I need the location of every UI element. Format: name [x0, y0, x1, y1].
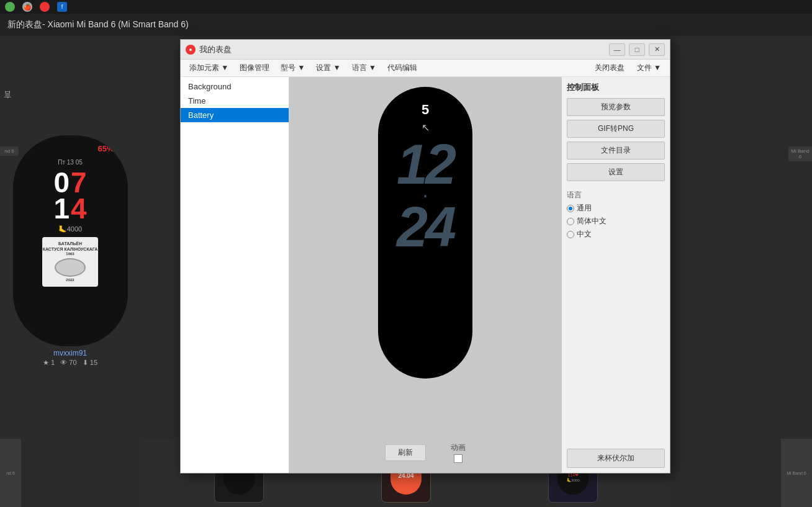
close-button[interactable]: ✕	[649, 43, 665, 56]
language-section: 语言 通用 简体中文 中文	[567, 190, 665, 240]
watch-steps: 🦶4000	[58, 225, 82, 233]
menu-language[interactable]: 语言 ▼	[347, 61, 381, 74]
dialog-titlebar: ● 我的表盘 — □ ✕	[181, 40, 670, 60]
element-list-panel: Background Time Battery	[181, 77, 289, 473]
language-title: 语言	[567, 190, 665, 200]
watch-preview: 5 ↖ 12 · 24	[378, 87, 472, 379]
elem-time[interactable]: Time	[181, 94, 289, 108]
menu-close-watchface[interactable]: 关闭表盘	[590, 61, 629, 74]
elem-battery[interactable]: Battery	[181, 108, 289, 122]
radio-general[interactable]: 通用	[567, 203, 665, 213]
dialog-menubar: 添加元素 ▼ 图像管理 型号 ▼ 设置 ▼ 语言 ▼ 代码编辑 关闭表盘 文件 …	[181, 60, 670, 77]
menu-file[interactable]: 文件 ▼	[632, 61, 666, 74]
top-bar: 🍎 f	[0, 0, 812, 14]
preview-controls: 刷新 动画	[385, 442, 466, 463]
settings-button[interactable]: 设置	[567, 163, 665, 181]
refresh-button[interactable]: 刷新	[385, 444, 426, 461]
red-icon[interactable]	[40, 2, 50, 12]
elem-background[interactable]: Background	[181, 79, 289, 94]
radio-chinese-label: 中文	[577, 229, 592, 240]
maximize-button[interactable]: □	[629, 43, 645, 56]
preview-params-button[interactable]: 预览参数	[567, 98, 665, 116]
gif-to-png-button[interactable]: GIF转PNG	[567, 120, 665, 138]
right-thumb-label: Mi Band 6	[788, 146, 812, 161]
dialog-icon: ●	[186, 45, 196, 55]
radio-simplified-chinese[interactable]: 简体中文	[567, 216, 665, 227]
language-radio-group: 通用 简体中文 中文	[567, 203, 665, 240]
dialog-window: ● 我的表盘 — □ ✕ 添加元素 ▼ 图像管理 型号 ▼ 设置 ▼ 语言 ▼ …	[180, 39, 670, 473]
vodka-button[interactable]: 来杯伏尔加	[567, 449, 665, 468]
animation-label: 动画	[451, 442, 466, 453]
background-content: 言 65% Пт 13 05 0 7 1 4 🦶4000 БАТАЛЬЁН КА…	[0, 36, 812, 507]
dialog-title: 我的表盘	[199, 44, 605, 55]
watch-user: mvxxim91	[5, 349, 135, 357]
watch-percentage: 65%	[97, 144, 114, 153]
preview-time-top: 12	[397, 141, 454, 189]
preview-time-bottom: 24	[397, 204, 454, 251]
left-sidebar-label: 言	[0, 102, 16, 107]
green-icon[interactable]	[5, 2, 15, 12]
dialog-body: Background Time Battery 5 ↖ 12 · 24	[181, 77, 670, 473]
menu-model[interactable]: 型号 ▼	[276, 61, 310, 74]
apple-icon[interactable]: 🍎	[22, 2, 32, 12]
menu-settings[interactable]: 设置 ▼	[311, 61, 345, 74]
control-panel: 控制面板 预览参数 GIF转PNG 文件目录 设置 语言 通用 简体中文	[561, 77, 670, 473]
bottom-left-thumb: nd 6	[0, 439, 21, 507]
preview-battery-number: 5	[422, 102, 429, 118]
bottom-right-thumb: Mi Band 6	[781, 439, 812, 507]
app-titlebar: 新的表盘- Xiaomi Mi Band 6 (Mi Smart Band 6)	[0, 14, 812, 36]
file-dir-button[interactable]: 文件目录	[567, 141, 665, 159]
minimize-button[interactable]: —	[609, 43, 625, 56]
animation-checkbox[interactable]	[454, 454, 462, 463]
app-title: 新的表盘- Xiaomi Mi Band 6 (Mi Smart Band 6)	[7, 19, 189, 30]
control-panel-title: 控制面板	[567, 82, 665, 93]
radio-chinese[interactable]: 中文	[567, 229, 665, 240]
cursor-indicator: ↖	[422, 122, 430, 133]
animation-control: 动画	[451, 442, 466, 463]
watch-date: Пт 13 05	[58, 159, 83, 166]
radio-simplified-chinese-label: 简体中文	[577, 216, 607, 227]
menu-code-edit[interactable]: 代码编辑	[382, 61, 422, 74]
watch-card: 65% Пт 13 05 0 7 1 4 🦶4000 БАТАЛЬЁН КАСТ…	[5, 135, 135, 367]
watch-stats: ★ 1 👁 70 ⬇ 15	[5, 359, 135, 367]
preview-time-display: 12 · 24	[397, 141, 454, 251]
preview-panel: 5 ↖ 12 · 24 刷新 动画	[289, 77, 561, 473]
radio-general-dot	[567, 205, 574, 212]
watch-min1: 1	[53, 194, 70, 223]
watch-min2: 4	[71, 194, 87, 223]
radio-simplified-chinese-dot	[567, 218, 574, 225]
menu-image-manage[interactable]: 图像管理	[235, 61, 274, 74]
radio-general-label: 通用	[577, 203, 592, 213]
left-thumb-label: nd 6	[0, 146, 19, 156]
radio-chinese-dot	[567, 231, 574, 238]
menu-add-element[interactable]: 添加元素 ▼	[184, 61, 233, 74]
facebook-icon[interactable]: f	[57, 2, 67, 12]
